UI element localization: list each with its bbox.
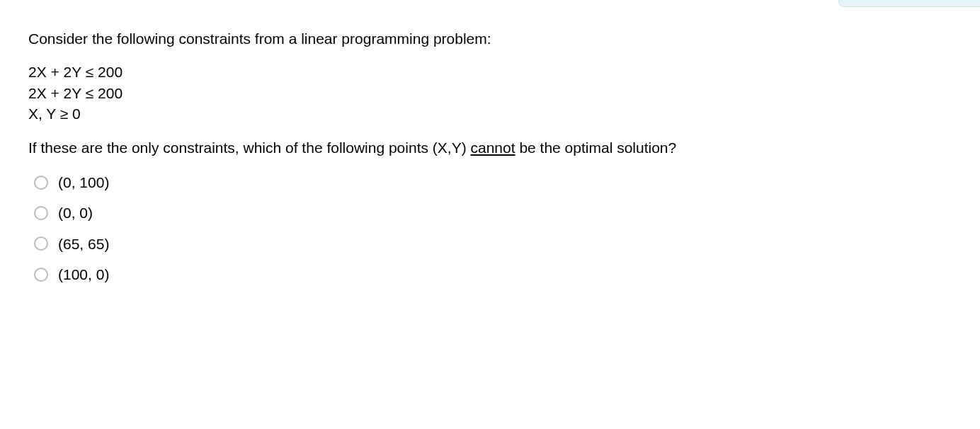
- question-intro: Consider the following constraints from …: [28, 28, 736, 49]
- radio-icon[interactable]: [34, 206, 48, 220]
- radio-icon[interactable]: [34, 268, 48, 282]
- option-row[interactable]: (0, 0): [34, 202, 736, 223]
- option-row[interactable]: (0, 100): [34, 172, 736, 193]
- option-label: (0, 0): [58, 202, 93, 223]
- option-label: (65, 65): [58, 234, 109, 254]
- radio-icon[interactable]: [34, 176, 48, 190]
- question-block: Consider the following constraints from …: [28, 28, 736, 285]
- radio-icon[interactable]: [34, 236, 48, 251]
- constraint-line: X, Y ≥ 0: [28, 103, 736, 124]
- prompt-underlined: cannot: [470, 139, 515, 156]
- prompt-after: be the optimal solution?: [515, 139, 677, 156]
- question-prompt: If these are the only constraints, which…: [28, 137, 736, 158]
- option-row[interactable]: (100, 0): [34, 264, 736, 285]
- constraint-line: 2X + 2Y ≤ 200: [28, 62, 736, 82]
- option-row[interactable]: (65, 65): [34, 234, 736, 254]
- options-list: (0, 100) (0, 0) (65, 65) (100, 0): [34, 172, 736, 285]
- constraints-block: 2X + 2Y ≤ 200 2X + 2Y ≤ 200 X, Y ≥ 0: [28, 62, 736, 124]
- option-label: (100, 0): [58, 264, 109, 285]
- panel-fragment: [838, 0, 980, 7]
- option-label: (0, 100): [58, 172, 109, 193]
- prompt-before: If these are the only constraints, which…: [28, 139, 470, 156]
- constraint-line: 2X + 2Y ≤ 200: [28, 83, 736, 103]
